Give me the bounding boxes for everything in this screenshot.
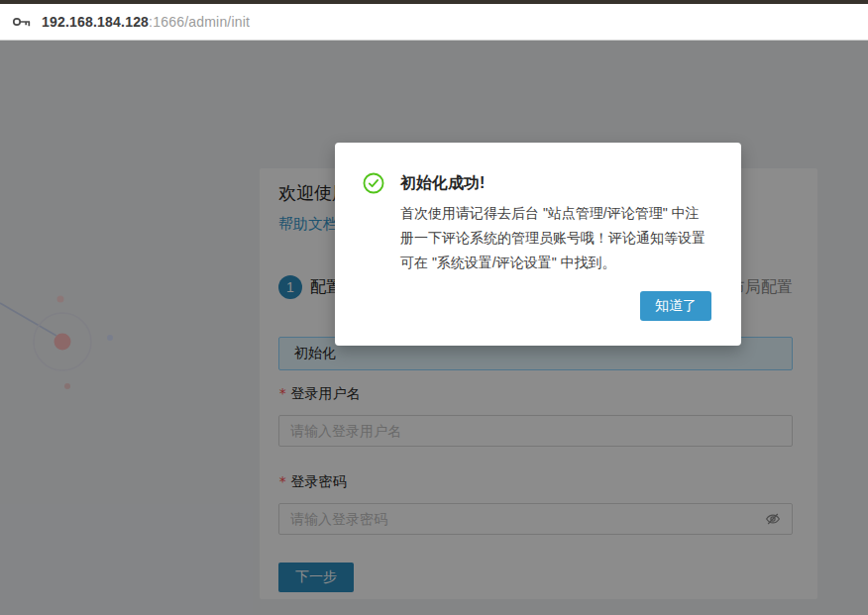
url-host: 192.168.184.128 — [42, 14, 149, 30]
check-circle-success-icon — [363, 172, 384, 194]
dialog-message: 首次使用请记得去后台 "站点管理/评论管理" 中注册一下评论系统的管理员账号哦！… — [400, 201, 709, 275]
url-text[interactable]: 192.168.184.128:1666/admin/init — [42, 14, 250, 30]
address-bar[interactable]: 192.168.184.128:1666/admin/init — [0, 4, 868, 41]
url-path: :1666/admin/init — [149, 14, 250, 30]
dialog-header: 初始化成功! — [363, 172, 711, 194]
dialog-title: 初始化成功! — [400, 173, 485, 194]
dialog-footer: 知道了 — [363, 291, 711, 321]
key-icon — [12, 14, 32, 30]
success-dialog: 初始化成功! 首次使用请记得去后台 "站点管理/评论管理" 中注册一下评论系统的… — [335, 143, 741, 346]
ok-button[interactable]: 知道了 — [640, 291, 711, 321]
